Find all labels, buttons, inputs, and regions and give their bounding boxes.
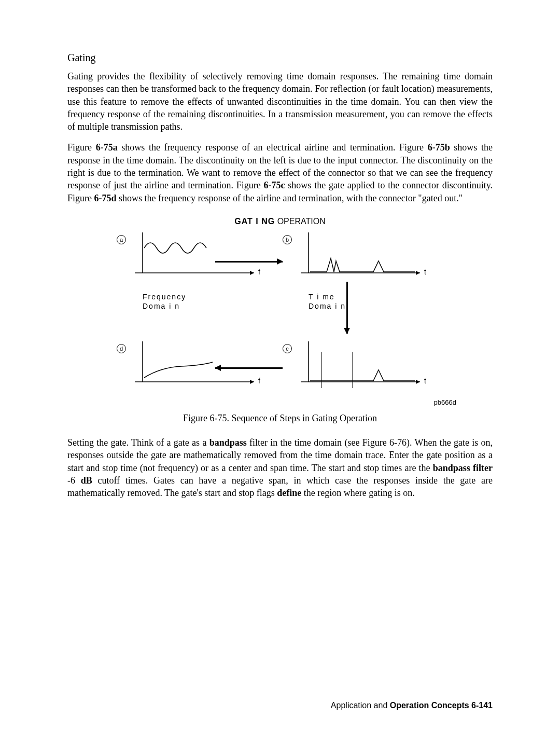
chart-panel-c: c t xyxy=(301,341,436,393)
paragraph-1: Gating provides the flexibility of selec… xyxy=(67,70,493,133)
p2-text1: Figure xyxy=(67,142,96,153)
section-title: Gating xyxy=(67,52,493,64)
figure-diagram: a f b t Frequency Doma i n xyxy=(104,232,456,409)
arrow-a-to-b xyxy=(215,261,283,263)
p3-b3: dB xyxy=(81,475,92,486)
chart-panel-d: d f xyxy=(135,341,270,393)
paragraph-3: Setting the gate. Think of a gate as a b… xyxy=(67,436,493,499)
chart-panel-a: a f xyxy=(135,232,270,284)
marker-b: b xyxy=(283,235,292,244)
chart-c-svg xyxy=(301,341,436,393)
chart-b-svg xyxy=(301,232,436,284)
p3-b1: bandpass xyxy=(209,437,247,448)
axis-f-d: f xyxy=(258,377,260,385)
freq-domain-label: Frequency Doma i n xyxy=(143,292,186,311)
figure-source-code: pb666d xyxy=(434,398,456,406)
p2-ref1: 6-75a xyxy=(96,142,118,153)
time-domain-label: T i me Doma i n xyxy=(309,292,346,311)
p2-ref3: 6-75c xyxy=(264,180,285,190)
figure-title-bold: GAT I NG xyxy=(234,217,275,226)
chart-panel-b: b t xyxy=(301,232,436,284)
time-line1: T i me xyxy=(309,292,346,301)
figure-caption: Figure 6-75. Sequence of Steps in Gating… xyxy=(104,413,456,424)
footer-bold: Operation Concepts 6-141 xyxy=(390,701,493,710)
axis-f-a: f xyxy=(258,268,260,276)
p3-text3: -6 xyxy=(67,475,81,486)
axis-t-c: t xyxy=(424,377,426,385)
footer-text: Application and xyxy=(331,701,390,710)
p3-b4: define xyxy=(277,488,301,498)
marker-c: c xyxy=(283,344,292,353)
freq-line2: Doma i n xyxy=(143,301,186,311)
p2-text5: shows the frequency response of the airl… xyxy=(117,193,463,203)
figure-container: GAT I NG OPERATION a f b t xyxy=(104,217,456,424)
svg-marker-5 xyxy=(416,271,420,275)
time-line2: Doma i n xyxy=(309,301,346,311)
chart-a-svg xyxy=(135,232,270,284)
p2-text2: shows the frequency response of an elect… xyxy=(118,142,428,153)
svg-marker-11 xyxy=(416,380,420,384)
p3-b2: bandpass filter xyxy=(433,463,493,473)
p3-text1: Setting the gate. Think of a gate as a xyxy=(67,437,209,448)
p2-ref4: 6-75d xyxy=(94,193,117,203)
figure-title: GAT I NG OPERATION xyxy=(104,217,456,226)
chart-d-svg xyxy=(135,341,270,393)
paragraph-2: Figure 6-75a shows the frequency respons… xyxy=(67,141,493,204)
freq-line1: Frequency xyxy=(143,292,186,301)
marker-a: a xyxy=(117,235,126,244)
page-footer: Application and Operation Concepts 6-141 xyxy=(331,701,493,710)
marker-d: d xyxy=(117,344,126,353)
axis-t-b: t xyxy=(424,268,426,276)
p2-ref2: 6-75b xyxy=(428,142,450,153)
arrow-b-to-c xyxy=(346,282,348,334)
svg-marker-8 xyxy=(250,380,254,384)
figure-title-rest: OPERATION xyxy=(275,217,326,226)
svg-marker-2 xyxy=(250,271,254,275)
p3-text5: the region where gating is on. xyxy=(301,488,414,498)
